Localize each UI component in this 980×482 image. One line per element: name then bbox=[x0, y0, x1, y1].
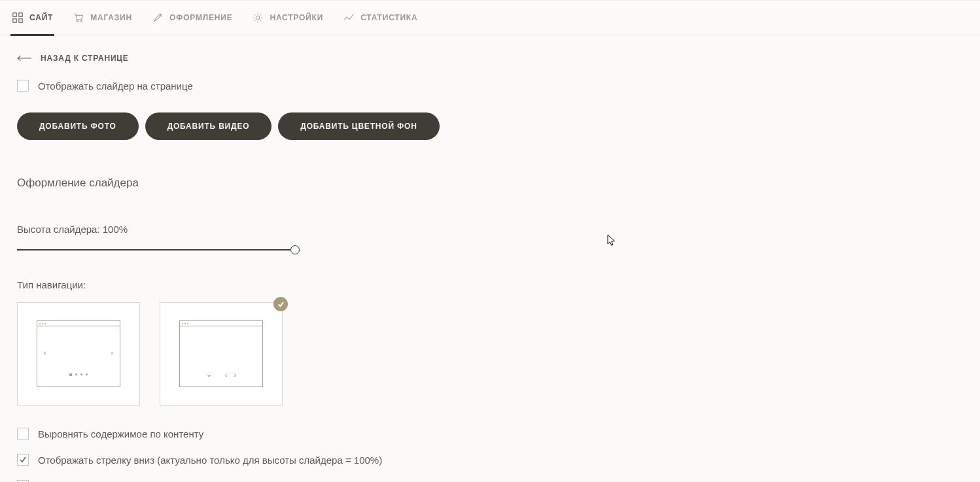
add-photo-button[interactable]: ДОБАВИТЬ ФОТО bbox=[17, 112, 139, 140]
svg-point-5 bbox=[81, 20, 82, 22]
svg-rect-3 bbox=[19, 19, 22, 22]
tab-label: НАСТРОЙКИ bbox=[270, 13, 323, 22]
check-icon bbox=[277, 301, 285, 308]
svg-rect-1 bbox=[19, 13, 22, 16]
chevron-left-icon: ‹ bbox=[225, 371, 228, 379]
align-row: Выровнять содержимое по контенту bbox=[17, 428, 963, 439]
back-label: НАЗАД К СТРАНИЦЕ bbox=[41, 54, 129, 63]
tab-label: ОФОРМЛЕНИЕ bbox=[169, 13, 232, 22]
show-slider-checkbox[interactable] bbox=[17, 80, 29, 92]
tab-label: СТАТИСТИКА bbox=[360, 13, 417, 22]
top-tabs: САЙТ МАГАЗИН ОФОРМЛЕНИЕ НАСТРОЙКИ СТАТИС… bbox=[0, 0, 980, 35]
tab-stats[interactable]: СТАТИСТИКА bbox=[343, 0, 417, 35]
selected-badge bbox=[273, 297, 288, 311]
slider-thumb[interactable] bbox=[290, 245, 300, 254]
arrow-down-row: Отображать стрелку вниз (актуально тольк… bbox=[17, 454, 963, 466]
show-slider-row: Отображать слайдер на странице bbox=[17, 80, 963, 92]
thumb-preview: ‹ › bbox=[37, 320, 120, 387]
chevron-left-icon: ‹ bbox=[44, 349, 46, 356]
brush-icon bbox=[152, 12, 164, 24]
align-label: Выровнять содержимое по контенту bbox=[38, 428, 203, 439]
svg-point-6 bbox=[160, 14, 160, 14]
grid-icon bbox=[12, 12, 24, 24]
chevron-down-icon: ⌄ bbox=[206, 370, 212, 379]
svg-point-8 bbox=[256, 16, 260, 19]
tab-store[interactable]: МАГАЗИН bbox=[73, 0, 132, 35]
add-buttons: ДОБАВИТЬ ФОТО ДОБАВИТЬ ВИДЕО ДОБАВИТЬ ЦВ… bbox=[17, 112, 963, 140]
chart-icon bbox=[343, 12, 355, 24]
slider-height-slider[interactable] bbox=[17, 245, 294, 254]
nav-type-label: Тип навигации: bbox=[17, 279, 963, 290]
svg-rect-2 bbox=[13, 19, 16, 22]
slider-options: Выровнять содержимое по контенту Отображ… bbox=[17, 428, 963, 482]
add-video-button[interactable]: ДОБАВИТЬ ВИДЕО bbox=[145, 112, 272, 140]
tab-label: МАГАЗИН bbox=[90, 13, 132, 22]
show-slider-label: Отображать слайдер на странице bbox=[38, 80, 193, 92]
slider-height-label: Высота слайдера: 100% bbox=[17, 224, 963, 235]
content: Отображать слайдер на странице ДОБАВИТЬ … bbox=[0, 68, 980, 482]
section-title: Оформление слайдера bbox=[17, 177, 963, 190]
nav-type-options: ‹ › ⌄ ‹ › bbox=[17, 302, 963, 405]
svg-point-4 bbox=[77, 20, 78, 22]
tab-site[interactable]: САЙТ bbox=[12, 0, 53, 35]
gear-icon bbox=[252, 12, 264, 24]
arrow-left-icon bbox=[17, 55, 31, 61]
back-link[interactable]: НАЗАД К СТРАНИЦЕ bbox=[0, 35, 980, 68]
svg-rect-0 bbox=[13, 13, 16, 16]
align-checkbox[interactable] bbox=[17, 428, 29, 439]
thumb-preview: ⌄ ‹ › bbox=[179, 320, 263, 387]
svg-point-7 bbox=[161, 16, 162, 16]
chevron-right-icon: › bbox=[111, 349, 113, 356]
chevron-right-icon: › bbox=[234, 371, 237, 379]
tab-settings[interactable]: НАСТРОЙКИ bbox=[252, 0, 323, 35]
tab-design[interactable]: ОФОРМЛЕНИЕ bbox=[152, 0, 232, 35]
nav-type-option-2[interactable]: ⌄ ‹ › bbox=[160, 302, 283, 405]
nav-type-option-1[interactable]: ‹ › bbox=[17, 302, 140, 405]
add-bg-button[interactable]: ДОБАВИТЬ ЦВЕТНОЙ ФОН bbox=[278, 112, 439, 140]
arrow-down-checkbox[interactable] bbox=[17, 454, 29, 466]
slider-track bbox=[17, 249, 294, 250]
cart-icon bbox=[73, 12, 84, 24]
arrow-down-label: Отображать стрелку вниз (актуально тольк… bbox=[38, 455, 382, 466]
tab-label: САЙТ bbox=[29, 13, 53, 22]
